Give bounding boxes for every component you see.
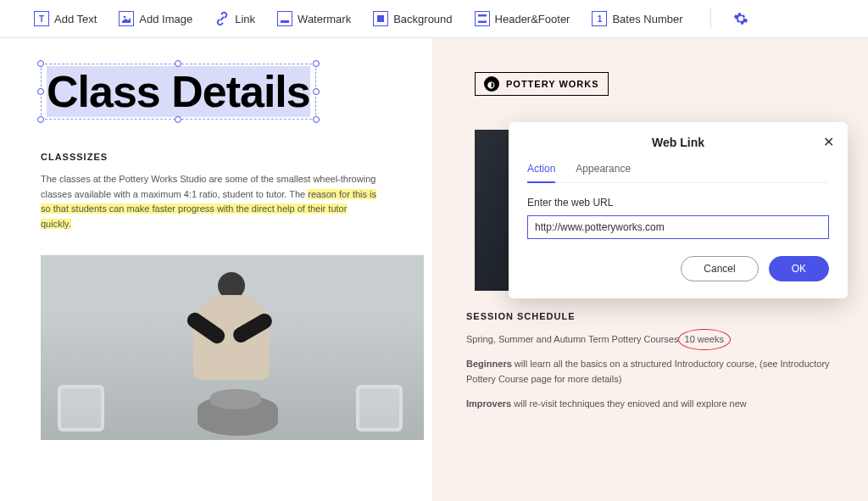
image-icon [119,11,134,26]
toolbar-label: Header&Footer [495,13,570,25]
dialog-title: Web Link [527,136,829,149]
add-text-button[interactable]: T Add Text [34,11,97,26]
brand-logo: ◐ POTTERY WORKS [475,72,609,96]
ok-button[interactable]: OK [769,256,829,281]
svg-rect-2 [377,15,384,22]
schedule-line-1: Spring, Summer and Autumn Term Pottery C… [466,331,843,348]
watermark-icon [277,11,292,26]
resize-handle-sw[interactable] [37,116,44,123]
selected-textbox[interactable]: Class Details [41,64,316,120]
toolbar-label: Add Image [139,13,192,25]
tab-action[interactable]: Action [527,163,555,183]
web-link-dialog: Web Link ✕ Action Appearance Enter the w… [509,122,848,298]
svg-point-0 [124,16,126,19]
background-button[interactable]: Background [373,11,452,26]
watermark-button[interactable]: Watermark [277,11,351,26]
resize-handle-s[interactable] [175,116,181,123]
brand-text: POTTERY WORKS [506,79,599,89]
toolbar: T Add Text Add Image Link Watermark Back… [0,0,868,38]
bates-icon: 1 [592,11,607,26]
resize-handle-se[interactable] [313,116,320,123]
pottery-photo [41,255,424,440]
separator [710,8,711,29]
cancel-button[interactable]: Cancel [681,256,758,281]
url-input[interactable] [527,215,829,239]
svg-rect-3 [478,14,487,17]
settings-button[interactable] [733,11,748,26]
text-icon: T [34,11,49,26]
svg-rect-4 [478,21,487,24]
section-heading-schedule: SESSION SCHEDULE [466,311,843,321]
header-footer-icon [475,11,490,26]
schedule-line-3: Improvers will re-visit techniques they … [466,396,843,412]
add-image-button[interactable]: Add Image [119,11,192,26]
header-footer-button[interactable]: Header&Footer [475,11,570,26]
section-heading-classsizes: CLASSSIZES [41,152,432,162]
toolbar-label: Add Text [54,13,97,25]
toolbar-label: Watermark [298,13,351,25]
resize-handle-e[interactable] [313,88,320,95]
bates-number-button[interactable]: 1 Bates Number [592,11,682,26]
link-icon [214,11,230,26]
svg-rect-1 [281,20,289,23]
toolbar-label: Background [393,13,452,25]
resize-handle-ne[interactable] [313,60,320,67]
tab-appearance[interactable]: Appearance [576,163,631,182]
resize-handle-nw[interactable] [37,60,44,67]
close-button[interactable]: ✕ [823,134,834,150]
schedule-line-2: Beginners will learn all the basics on a… [466,356,843,387]
dialog-tabs: Action Appearance [527,163,829,183]
body-paragraph: The classes at the Pottery Works Studio … [41,172,380,231]
brand-icon: ◐ [484,76,499,92]
url-label: Enter the web URL [527,197,829,209]
resize-handle-w[interactable] [37,88,44,95]
background-icon [373,11,388,26]
page-title: Class Details [47,66,310,117]
circled-text: 10 weeks [682,331,727,348]
link-button[interactable]: Link [214,11,255,26]
toolbar-label: Bates Number [612,13,682,25]
toolbar-label: Link [235,13,255,25]
page-left-column: Class Details CLASSSIZES The classes at … [0,38,432,501]
